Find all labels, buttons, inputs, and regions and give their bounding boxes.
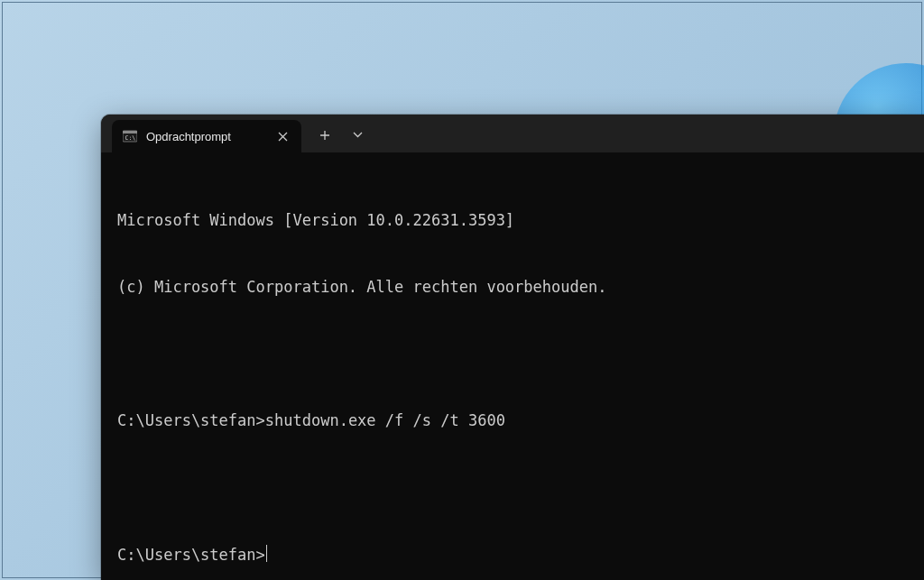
text-cursor	[266, 545, 268, 562]
tab-dropdown-button[interactable]	[341, 119, 374, 152]
svg-text:C:\: C:\	[125, 134, 136, 142]
window-titlebar[interactable]: C:\ Opdrachtprompt	[101, 115, 924, 152]
new-tab-button[interactable]	[309, 119, 341, 152]
command-line-2: C:\Users\stefan>	[117, 543, 908, 566]
tab-close-button[interactable]	[273, 126, 292, 146]
tab-actions	[301, 115, 374, 152]
cmd-icon: C:\	[123, 129, 137, 143]
copyright-line: (c) Microsoft Corporation. Alle rechten …	[117, 276, 908, 299]
entered-command: shutdown.exe /f /s /t 3600	[265, 410, 505, 432]
plus-icon	[319, 130, 330, 141]
terminal-output[interactable]: Microsoft Windows [Version 10.0.22631.35…	[101, 152, 924, 580]
blank-line	[117, 476, 908, 499]
blank-line	[117, 343, 908, 365]
version-line: Microsoft Windows [Version 10.0.22631.35…	[117, 209, 908, 232]
prompt-path: C:\Users\stefan>	[117, 544, 265, 566]
terminal-window: C:\ Opdrachtprompt	[101, 115, 924, 580]
prompt-path: C:\Users\stefan>	[117, 410, 265, 432]
command-line-1: C:\Users\stefan>shutdown.exe /f /s /t 36…	[117, 410, 908, 432]
chevron-down-icon	[353, 132, 363, 138]
tab-active[interactable]: C:\ Opdrachtprompt	[112, 120, 301, 152]
tab-title: Opdrachtprompt	[146, 130, 251, 143]
close-icon	[278, 132, 288, 142]
